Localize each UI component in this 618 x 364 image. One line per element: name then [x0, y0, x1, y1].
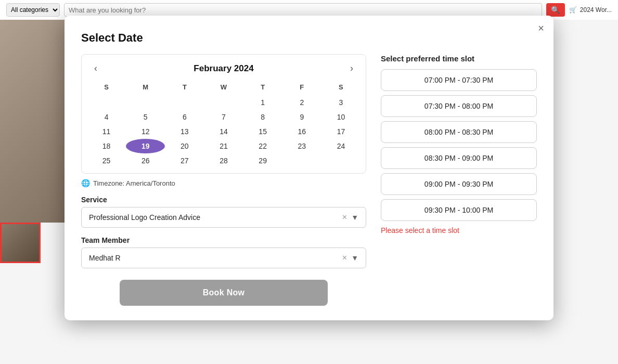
calendar-day[interactable]: 28	[204, 153, 243, 168]
calendar-day[interactable]: 4	[87, 110, 126, 124]
weekday-fri: F	[282, 81, 321, 95]
calendar-grid: S M T W T F S 12345678910111213141516171…	[87, 81, 360, 168]
right-panel-title: Select preferred time slot	[381, 54, 537, 63]
calendar-day	[126, 95, 165, 110]
calendar-day	[165, 95, 204, 110]
globe-icon: 🌐	[81, 179, 90, 187]
time-slots-container: 07:00 PM - 07:30 PM07:30 PM - 08:00 PM08…	[381, 69, 537, 221]
calendar-day	[282, 153, 321, 168]
calendar-day[interactable]: 16	[282, 124, 321, 139]
calendar-day[interactable]: 27	[165, 153, 204, 168]
calendar-day[interactable]: 29	[243, 153, 282, 168]
time-slot-button[interactable]: 09:30 PM - 10:00 PM	[381, 199, 537, 221]
time-slot-button[interactable]: 07:30 PM - 08:00 PM	[381, 95, 537, 117]
service-select[interactable]: Professional Logo Creation Advice × ▼	[81, 207, 366, 228]
service-field-icons: × ▼	[342, 213, 358, 222]
modal-dialog: × Select Date ‹ February 2024 › S	[65, 16, 553, 320]
weekday-wed: W	[204, 81, 243, 95]
calendar-day[interactable]: 19	[126, 139, 165, 153]
calendar-day[interactable]: 10	[321, 110, 360, 124]
calendar-month-title: February 2024	[194, 63, 253, 74]
modal-backdrop: × Select Date ‹ February 2024 › S	[0, 0, 618, 364]
weekday-sun: S	[87, 81, 126, 95]
team-select[interactable]: Medhat R × ▼	[81, 248, 366, 268]
calendar-day[interactable]: 14	[204, 124, 243, 139]
time-slot-button[interactable]: 09:00 PM - 09:30 PM	[381, 173, 537, 195]
team-value: Medhat R	[89, 254, 121, 262]
book-now-button[interactable]: Book Now	[120, 280, 328, 306]
calendar-day[interactable]: 22	[243, 139, 282, 153]
prev-month-button[interactable]: ‹	[90, 62, 101, 75]
calendar-day[interactable]: 11	[87, 124, 126, 139]
modal-left: ‹ February 2024 › S M T W T F	[81, 54, 366, 306]
calendar-day[interactable]: 9	[282, 110, 321, 124]
calendar-day[interactable]: 26	[126, 153, 165, 168]
calendar-day[interactable]: 8	[243, 110, 282, 124]
calendar-day[interactable]: 5	[126, 110, 165, 124]
weekday-sat: S	[321, 81, 360, 95]
service-clear-icon[interactable]: ×	[342, 213, 347, 222]
calendar-day[interactable]: 18	[87, 139, 126, 153]
time-slot-button[interactable]: 07:00 PM - 07:30 PM	[381, 69, 537, 91]
calendar-day[interactable]: 7	[204, 110, 243, 124]
calendar-day[interactable]: 23	[282, 139, 321, 153]
weekday-mon: M	[126, 81, 165, 95]
time-slot-button[interactable]: 08:00 PM - 08:30 PM	[381, 121, 537, 143]
modal-body: ‹ February 2024 › S M T W T F	[81, 54, 537, 306]
calendar-day[interactable]: 6	[165, 110, 204, 124]
service-label: Service	[81, 196, 366, 204]
modal-title: Select Date	[81, 31, 537, 45]
calendar-day[interactable]: 17	[321, 124, 360, 139]
calendar-day[interactable]: 24	[321, 139, 360, 153]
calendar-day[interactable]: 3	[321, 95, 360, 110]
weekday-tue: T	[165, 81, 204, 95]
calendar-day[interactable]: 1	[243, 95, 282, 110]
book-btn-wrap: Book Now	[81, 280, 366, 306]
calendar-header: ‹ February 2024 ›	[87, 62, 360, 75]
calendar-day[interactable]: 15	[243, 124, 282, 139]
modal-right: Select preferred time slot 07:00 PM - 07…	[381, 54, 537, 306]
team-field-icons: × ▼	[342, 253, 358, 263]
weekday-thu: T	[243, 81, 282, 95]
close-button[interactable]: ×	[538, 23, 544, 33]
calendar-day[interactable]: 12	[126, 124, 165, 139]
calendar-day	[204, 95, 243, 110]
calendar-day[interactable]: 25	[87, 153, 126, 168]
team-clear-icon[interactable]: ×	[342, 253, 347, 263]
next-month-button[interactable]: ›	[346, 62, 357, 75]
calendar-day	[87, 95, 126, 110]
calendar-day[interactable]: 21	[204, 139, 243, 153]
service-value: Professional Logo Creation Advice	[89, 213, 200, 222]
calendar-day[interactable]: 2	[282, 95, 321, 110]
timezone-text: Timezone: America/Toronto	[93, 179, 175, 187]
calendar: ‹ February 2024 › S M T W T F	[81, 54, 366, 174]
calendar-day	[321, 153, 360, 168]
team-label: Team Member	[81, 236, 366, 244]
service-dropdown-icon[interactable]: ▼	[351, 213, 358, 222]
timezone-row: 🌐 Timezone: America/Toronto	[81, 179, 366, 187]
team-dropdown-icon[interactable]: ▼	[351, 254, 358, 262]
please-select-message: Please select a time slot	[381, 226, 537, 235]
calendar-day[interactable]: 13	[165, 124, 204, 139]
calendar-day[interactable]: 20	[165, 139, 204, 153]
time-slot-button[interactable]: 08:30 PM - 09:00 PM	[381, 147, 537, 169]
